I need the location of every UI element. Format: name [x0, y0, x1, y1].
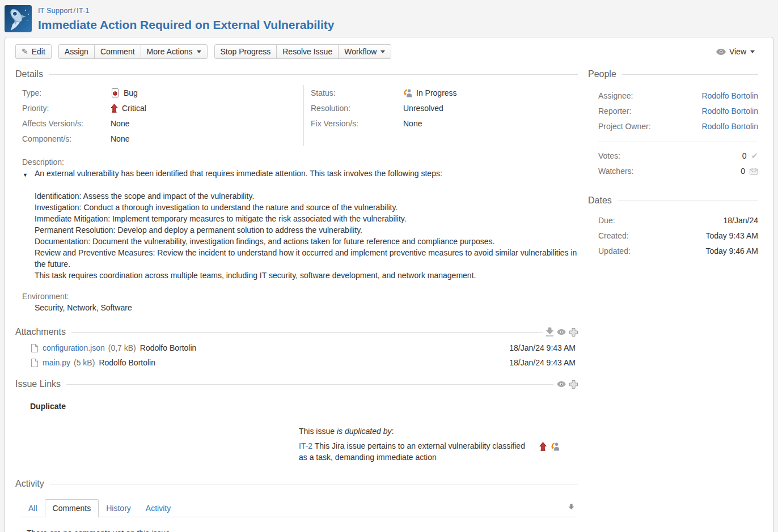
chevron-down-icon — [750, 50, 755, 53]
file-icon — [31, 359, 38, 367]
project-owner-user-link[interactable]: Rodolfo Bortolin — [701, 122, 758, 131]
breadcrumb-separator: / — [73, 6, 75, 15]
linked-issue-summary: This Jira issue pertains to an external … — [299, 441, 525, 462]
link-type-heading: Duplicate — [30, 402, 578, 411]
add-link-plus-icon[interactable] — [569, 380, 578, 389]
attachment-author: Rodolfo Bortolin — [140, 343, 197, 352]
issue-link-block: This issue is duplicated by: IT-2 This J… — [299, 425, 560, 463]
attachments-section-header: Attachments — [15, 327, 578, 337]
description-line: Immediate Mitigation: Implement temporar… — [35, 213, 578, 224]
attachment-file-size: (0,7 kB) — [108, 343, 136, 352]
edit-button[interactable]: ✎ Edit — [15, 44, 52, 59]
tab-activity[interactable]: Activity — [138, 500, 178, 517]
chevron-down-icon — [380, 50, 385, 53]
issue-content-panel: ✎ Edit Assign Comment More Actions Stop … — [5, 37, 773, 532]
environment-value: Security, Network, Software — [15, 302, 578, 313]
tab-comments[interactable]: Comments — [45, 499, 99, 517]
file-icon — [31, 344, 38, 352]
description-label: Description: — [15, 158, 578, 167]
dates-section-header: Dates — [588, 195, 758, 206]
critical-priority-icon — [539, 442, 547, 451]
activity-tabs: All Comments History Activity — [21, 499, 577, 517]
description-line: Documentation: Document the vulnerabilit… — [35, 236, 578, 247]
field-updated-date: Updated: Today 9:46 AM — [588, 243, 758, 258]
workflow-button-group: Stop Progress Resolve Issue Workflow — [214, 44, 392, 59]
issue-header: IT Support/IT-1 Immediate Action Require… — [0, 0, 778, 37]
issue-links-section-header: Issue Links — [15, 379, 578, 389]
sort-links-eye-icon[interactable] — [557, 381, 566, 387]
field-fix-versions: Fix Version/s: None — [311, 116, 578, 131]
reporter-user-link[interactable]: Rodolfo Bortolin — [701, 107, 758, 116]
link-relation-text: This issue is duplicated by: — [299, 425, 560, 437]
votes-count: 0 — [742, 151, 747, 160]
votes-link[interactable]: Votes: — [598, 151, 620, 160]
field-status: Status: In Progress — [311, 85, 578, 100]
people-divider — [598, 142, 758, 142]
attachment-file-link[interactable]: main.py — [43, 358, 70, 367]
environment-label: Environment: — [15, 291, 578, 302]
watch-envelope-icon[interactable] — [750, 168, 758, 175]
linked-issue-row: IT-2 This Jira issue pertains to an exte… — [299, 440, 560, 463]
collapse-twisty-icon[interactable]: ▼ — [23, 169, 28, 181]
description-line: This task requires coordination across m… — [35, 270, 578, 281]
ops-toolbar: ✎ Edit Assign Comment More Actions Stop … — [11, 43, 767, 61]
pencil-icon: ✎ — [22, 47, 28, 56]
add-attachment-plus-icon[interactable] — [569, 328, 578, 337]
comment-button[interactable]: Comment — [94, 44, 141, 59]
breadcrumb-issue-key-link[interactable]: IT-1 — [77, 6, 89, 15]
page-title: Immediate Action Required on External Vu… — [38, 18, 334, 32]
created-date-value: Today 9:43 AM — [705, 231, 758, 240]
linked-issue-key-link[interactable]: IT-2 — [299, 441, 312, 450]
field-affects-versions: Affects Version/s: None — [15, 116, 303, 131]
watchers-link[interactable]: Watchers: — [598, 167, 634, 176]
in-progress-status-icon — [403, 88, 412, 97]
stop-progress-button[interactable]: Stop Progress — [214, 44, 277, 59]
tab-history[interactable]: History — [99, 500, 138, 517]
action-button-group: Assign Comment More Actions — [58, 44, 208, 59]
description-line: Identification: Assess the scope and imp… — [35, 190, 578, 202]
attachment-date: 18/Jan/24 9:43 AM — [509, 343, 576, 352]
field-components: Component/s: None — [15, 131, 303, 146]
updated-date-value: Today 9:46 AM — [705, 246, 758, 256]
description-line: Investigation: Conduct a thorough invest… — [35, 202, 578, 213]
view-menu[interactable]: View — [716, 47, 763, 56]
field-assignee: Assignee: Rodolfo Bortolin — [588, 88, 758, 103]
resolve-issue-button[interactable]: Resolve Issue — [276, 44, 339, 59]
no-comments-message: There are no comments yet on this issue. — [27, 529, 578, 532]
workflow-button[interactable]: Workflow — [338, 44, 391, 59]
attachment-file-link[interactable]: configuration.json — [43, 343, 105, 352]
bug-type-icon — [111, 88, 120, 97]
description-body: ▼ An external vulnerability has been ide… — [15, 168, 578, 281]
attachment-row: configuration.json (0,7 kB) Rodolfo Bort… — [15, 341, 578, 355]
field-resolution: Resolution: Unresolved — [311, 100, 578, 116]
field-priority: Priority: Critical — [15, 100, 303, 116]
vote-check-icon[interactable]: ✔ — [751, 151, 758, 161]
chevron-down-icon — [197, 50, 201, 53]
breadcrumb-project-link[interactable]: IT Support — [38, 6, 72, 15]
field-due-date: Due: 18/Jan/24 — [588, 212, 758, 228]
field-created-date: Created: Today 9:43 AM — [588, 228, 758, 243]
assign-button[interactable]: Assign — [58, 44, 95, 59]
project-avatar-rocket-icon — [5, 5, 32, 32]
attachment-author: Rodolfo Bortolin — [99, 358, 155, 367]
attachment-file-size: (5 kB) — [74, 358, 95, 367]
attachment-row: main.py (5 kB) Rodolfo Bortolin 18/Jan/2… — [15, 355, 578, 370]
breadcrumb: IT Support/IT-1 — [38, 6, 334, 15]
watchers-count: 0 — [741, 167, 745, 176]
more-actions-button[interactable]: More Actions — [141, 44, 208, 59]
attachment-date: 18/Jan/24 9:43 AM — [509, 358, 576, 367]
field-votes: Votes: 0 ✔ — [588, 148, 758, 163]
tab-all[interactable]: All — [21, 500, 45, 517]
sort-attachments-eye-icon[interactable] — [557, 329, 566, 335]
details-section-header: Details — [15, 69, 578, 79]
due-date-value: 18/Jan/24 — [724, 216, 759, 225]
scroll-down-arrow-icon[interactable] — [568, 503, 577, 514]
eye-icon — [716, 49, 726, 55]
details-module: Type: Bug Priority: — [15, 85, 578, 146]
field-watchers: Watchers: 0 — [588, 163, 758, 178]
field-project-owner: Project Owner: Rodolfo Bortolin — [588, 118, 758, 134]
assignee-user-link[interactable]: Rodolfo Bortolin — [701, 91, 758, 100]
description-intro: An external vulnerability has been ident… — [35, 168, 578, 179]
people-section-header: People — [588, 69, 758, 79]
download-all-icon[interactable] — [546, 327, 553, 337]
